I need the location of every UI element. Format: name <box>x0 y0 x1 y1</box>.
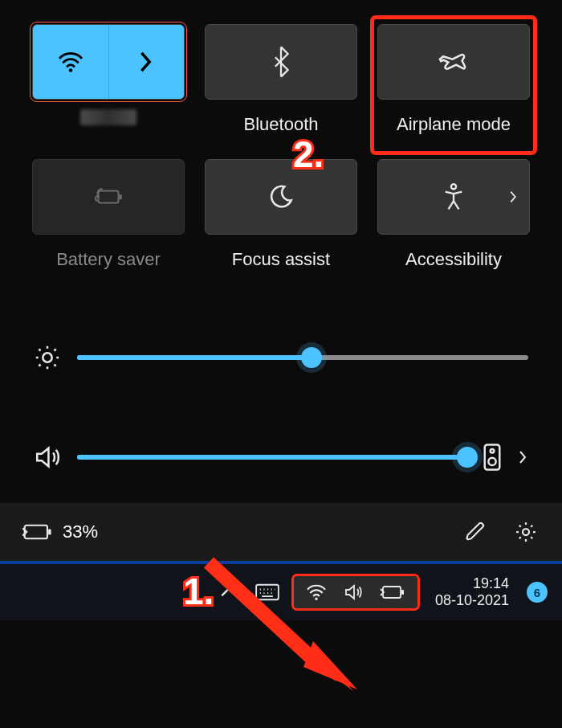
focus-assist-label: Focus assist <box>232 249 330 272</box>
focus-assist-tile-wrap: Focus assist <box>205 159 357 272</box>
notification-count: 6 <box>534 586 540 599</box>
volume-fill <box>77 455 467 460</box>
focus-assist-tile[interactable] <box>205 159 357 235</box>
svg-point-10 <box>523 529 529 535</box>
svg-rect-16 <box>401 590 404 595</box>
notification-badge[interactable]: 6 <box>527 582 548 603</box>
battery-saver-tile <box>32 159 185 235</box>
chevron-up-icon <box>220 586 238 599</box>
volume-row <box>34 444 528 471</box>
svg-point-7 <box>488 458 495 465</box>
wifi-tile-wrap <box>32 24 185 148</box>
accessibility-label: Accessibility <box>405 249 502 272</box>
volume-icon <box>342 583 364 602</box>
airplane-tile-wrap: Airplane mode <box>373 18 535 153</box>
tray-overflow-button[interactable] <box>217 583 241 602</box>
svg-point-3 <box>451 184 456 189</box>
svg-marker-12 <box>303 641 357 689</box>
quick-settings-footer: 33% <box>0 503 562 561</box>
wifi-network-name <box>80 109 136 125</box>
battery-status[interactable]: 33% <box>21 521 98 542</box>
svg-marker-11 <box>305 643 353 691</box>
keyboard-icon <box>255 583 279 601</box>
edit-button[interactable] <box>461 517 490 546</box>
wifi-expand[interactable] <box>109 25 185 99</box>
sliders-section <box>24 344 538 471</box>
brightness-icon <box>34 344 61 371</box>
battery-saver-tile-wrap: Battery saver <box>32 159 185 272</box>
annotation-step-1: 1. <box>183 570 214 613</box>
settings-button[interactable] <box>511 517 541 547</box>
airplane-label: Airplane mode <box>397 114 511 137</box>
clock-date: 08-10-2021 <box>435 592 509 609</box>
volume-slider[interactable] <box>77 455 467 460</box>
annotation-step-2: 2. <box>293 133 324 176</box>
wifi-toggle[interactable] <box>33 25 109 99</box>
brightness-row <box>34 344 528 371</box>
chevron-right-icon <box>138 51 154 73</box>
svg-rect-2 <box>119 194 122 199</box>
svg-rect-8 <box>25 526 47 538</box>
svg-point-4 <box>43 353 51 362</box>
svg-rect-1 <box>99 191 119 203</box>
svg-point-0 <box>69 68 72 72</box>
quick-settings-panel: Bluetooth Airplane mode Battery saver <box>0 0 562 471</box>
wifi-tile[interactable] <box>32 24 185 100</box>
bluetooth-tile[interactable] <box>205 24 357 100</box>
brightness-fill <box>77 355 312 360</box>
gear-icon <box>514 520 538 544</box>
svg-rect-15 <box>383 587 401 598</box>
svg-rect-13 <box>256 585 279 599</box>
accessibility-tile[interactable] <box>377 159 530 235</box>
battery-saver-label: Battery saver <box>56 249 161 272</box>
svg-point-6 <box>491 449 495 453</box>
battery-charging-icon <box>21 521 53 542</box>
audio-output-icon[interactable] <box>483 444 501 471</box>
chevron-right-icon[interactable] <box>517 449 528 465</box>
airplane-tile[interactable] <box>377 24 530 100</box>
airplane-icon <box>438 47 469 77</box>
clock-time: 19:14 <box>435 575 509 592</box>
wifi-icon <box>305 583 328 601</box>
accessibility-tile-wrap: Accessibility <box>377 159 530 272</box>
battery-charging-icon <box>379 583 406 601</box>
bluetooth-icon <box>271 46 291 78</box>
system-tray-cluster[interactable] <box>294 576 417 608</box>
wifi-icon <box>56 51 85 73</box>
battery-saver-icon <box>92 186 124 208</box>
taskbar-clock[interactable]: 19:14 08-10-2021 <box>435 575 509 608</box>
battery-percent-text: 33% <box>63 521 98 542</box>
taskbar: 19:14 08-10-2021 6 <box>0 561 562 620</box>
touch-keyboard-button[interactable] <box>252 580 283 604</box>
moon-icon <box>267 183 295 211</box>
brightness-thumb[interactable] <box>301 347 322 368</box>
chevron-right-icon <box>508 190 518 204</box>
volume-thumb[interactable] <box>457 447 478 468</box>
pencil-icon <box>464 521 487 543</box>
svg-rect-9 <box>48 529 51 534</box>
bluetooth-tile-wrap: Bluetooth <box>205 24 357 148</box>
accessibility-icon <box>441 182 466 211</box>
svg-point-14 <box>315 598 317 600</box>
volume-icon <box>34 444 61 471</box>
brightness-slider[interactable] <box>77 355 528 360</box>
tiles-grid: Bluetooth Airplane mode Battery saver <box>24 24 538 272</box>
